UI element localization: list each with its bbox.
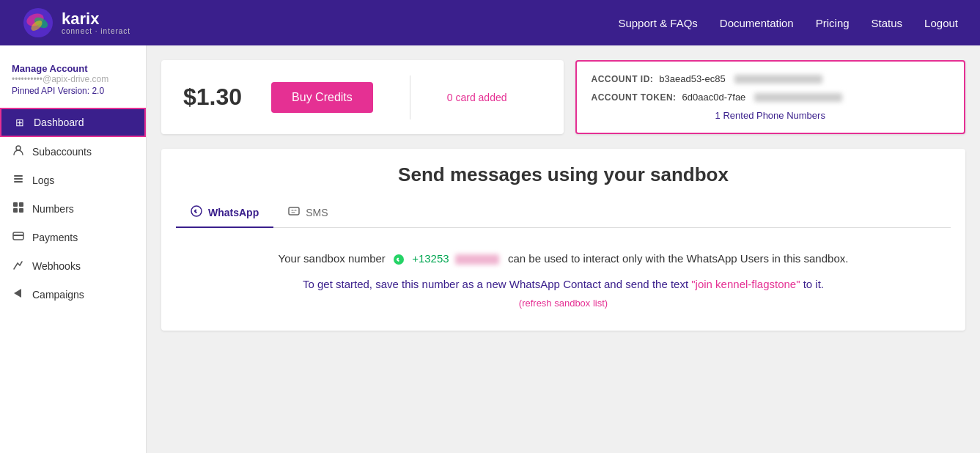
webhooks-icon bbox=[12, 259, 25, 273]
account-id-value: b3aead53-ec85 bbox=[659, 73, 725, 84]
svg-point-16 bbox=[394, 254, 404, 265]
balance-amount: $1.30 bbox=[183, 84, 242, 111]
svg-rect-9 bbox=[19, 202, 23, 207]
numbers-icon bbox=[12, 202, 25, 216]
logo-name: karix bbox=[62, 11, 130, 27]
logs-icon bbox=[12, 173, 25, 187]
sidebar-item-label: Campaigns bbox=[32, 289, 84, 301]
account-token-value: 6d0aac0d-7fae bbox=[682, 92, 746, 103]
sandbox-line2: To get started, save this number as a ne… bbox=[176, 278, 951, 290]
sandbox-tabs: WhatsApp SMS bbox=[176, 198, 951, 228]
account-id-row: ACCOUNT ID: b3aead53-ec85 bbox=[592, 73, 950, 84]
sidebar-item-label: Dashboard bbox=[34, 117, 84, 128]
manage-account-link[interactable]: Manage Account bbox=[12, 63, 134, 74]
sidebar-item-label: Numbers bbox=[32, 203, 74, 215]
svg-rect-15 bbox=[289, 207, 299, 215]
sidebar-item-payments[interactable]: Payments bbox=[0, 223, 146, 251]
account-token-label: ACCOUNT TOKEN: bbox=[592, 92, 677, 103]
sandbox-phone-blurred bbox=[455, 254, 499, 265]
karix-logo-icon bbox=[22, 7, 54, 39]
svg-point-14 bbox=[191, 206, 202, 216]
account-id-label: ACCOUNT ID: bbox=[592, 74, 654, 84]
header: karix connect · interact Support & FAQs … bbox=[0, 0, 980, 45]
sidebar-item-subaccounts[interactable]: Subaccounts bbox=[0, 137, 146, 166]
logo-text-area: karix connect · interact bbox=[62, 11, 130, 35]
svg-rect-6 bbox=[14, 178, 23, 180]
nav-docs[interactable]: Documentation bbox=[720, 17, 794, 29]
card-added-status: 0 card added bbox=[447, 92, 507, 103]
sidebar-item-numbers[interactable]: Numbers bbox=[0, 194, 146, 223]
rented-phone-numbers-link[interactable]: 1 Rented Phone Numbers bbox=[592, 110, 950, 121]
nav-pricing[interactable]: Pricing bbox=[816, 17, 850, 29]
sms-tab-icon bbox=[288, 205, 300, 219]
sandbox-body: Your sandbox number +13253 can be used t… bbox=[176, 243, 951, 316]
logo-area: karix connect · interact bbox=[22, 7, 130, 39]
balance-card: $1.30 Buy Credits 0 card added bbox=[161, 60, 564, 134]
account-token-blurred bbox=[754, 93, 842, 102]
divider bbox=[410, 76, 410, 119]
svg-rect-7 bbox=[14, 181, 23, 183]
pinned-api-version: Pinned API Version: 2.0 bbox=[12, 86, 134, 96]
layout: Manage Account ••••••••••@apix-drive.com… bbox=[0, 45, 980, 453]
account-email: ••••••••••@apix-drive.com bbox=[12, 74, 134, 84]
sidebar-item-campaigns[interactable]: Campaigns bbox=[0, 280, 146, 309]
sidebar-item-label: Logs bbox=[32, 174, 54, 186]
sandbox-title: Send messages using your sandbox bbox=[176, 163, 951, 186]
sandbox-section: Send messages using your sandbox WhatsAp… bbox=[161, 149, 965, 331]
payments-icon bbox=[12, 230, 25, 244]
svg-rect-5 bbox=[14, 175, 23, 177]
sidebar-account: Manage Account ••••••••••@apix-drive.com… bbox=[0, 57, 146, 108]
svg-point-4 bbox=[16, 146, 21, 150]
logo-tagline: connect · interact bbox=[62, 27, 130, 35]
sidebar-item-label: Webhooks bbox=[32, 260, 81, 272]
svg-rect-13 bbox=[13, 235, 23, 236]
sidebar-item-label: Payments bbox=[32, 232, 78, 243]
sidebar-item-webhooks[interactable]: Webhooks bbox=[0, 251, 146, 280]
join-code: "join kennel-flagstone" bbox=[691, 278, 800, 290]
subaccounts-icon bbox=[12, 144, 25, 158]
sidebar-item-dashboard[interactable]: ⊞ Dashboard bbox=[0, 108, 146, 137]
sidebar-item-label: Subaccounts bbox=[32, 146, 92, 158]
top-cards: $1.30 Buy Credits 0 card added ACCOUNT I… bbox=[161, 60, 965, 134]
main-nav: Support & FAQs Documentation Pricing Sta… bbox=[618, 17, 958, 29]
main-content: $1.30 Buy Credits 0 card added ACCOUNT I… bbox=[147, 45, 980, 453]
whatsapp-tab-icon bbox=[191, 205, 202, 219]
nav-logout[interactable]: Logout bbox=[924, 17, 958, 29]
sidebar: Manage Account ••••••••••@apix-drive.com… bbox=[0, 45, 147, 453]
sandbox-phone-prefix: +13253 bbox=[412, 252, 449, 265]
nav-status[interactable]: Status bbox=[872, 17, 903, 29]
dashboard-icon: ⊞ bbox=[13, 117, 26, 128]
buy-credits-button[interactable]: Buy Credits bbox=[271, 82, 373, 113]
sandbox-line1: Your sandbox number +13253 can be used t… bbox=[176, 250, 951, 268]
account-token-row: ACCOUNT TOKEN: 6d0aac0d-7fae bbox=[592, 92, 950, 103]
sidebar-item-logs[interactable]: Logs bbox=[0, 166, 146, 194]
whatsapp-tab-label: WhatsApp bbox=[208, 207, 259, 218]
tab-whatsapp[interactable]: WhatsApp bbox=[176, 198, 273, 228]
svg-rect-8 bbox=[13, 202, 18, 207]
nav-support[interactable]: Support & FAQs bbox=[618, 17, 697, 29]
svg-rect-10 bbox=[13, 208, 18, 213]
tab-sms[interactable]: SMS bbox=[273, 198, 342, 228]
account-info-card: ACCOUNT ID: b3aead53-ec85 ACCOUNT TOKEN:… bbox=[575, 60, 966, 134]
svg-rect-11 bbox=[19, 208, 23, 213]
sms-tab-label: SMS bbox=[306, 207, 328, 218]
campaigns-icon bbox=[12, 287, 25, 301]
refresh-sandbox-link[interactable]: (refresh sandbox list) bbox=[176, 298, 951, 309]
account-id-blurred bbox=[734, 75, 822, 84]
